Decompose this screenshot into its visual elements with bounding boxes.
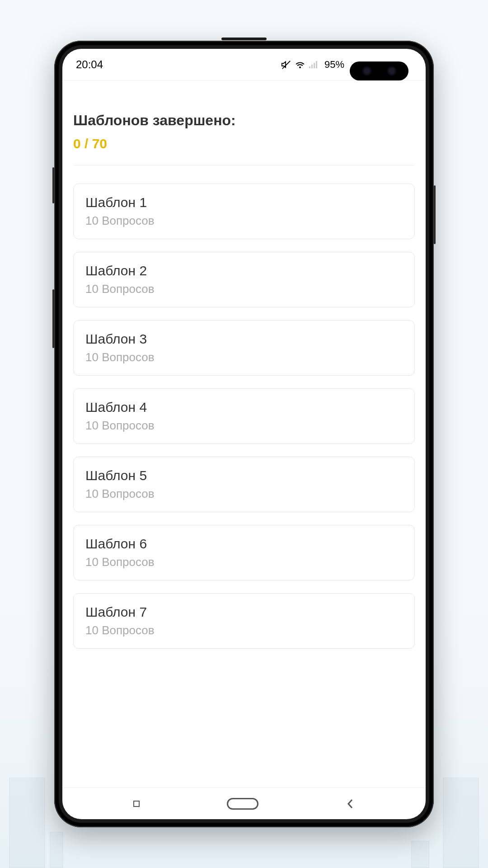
template-subtitle: 10 Вопросов	[85, 419, 403, 433]
svg-rect-1	[309, 66, 310, 68]
nav-back-button[interactable]	[346, 797, 355, 811]
template-subtitle: 10 Вопросов	[85, 214, 403, 228]
nav-home-button[interactable]	[227, 798, 258, 810]
progress-counter: 0 / 70	[73, 136, 415, 151]
page-title: Шаблонов завершено:	[73, 112, 415, 129]
template-title: Шаблон 6	[85, 536, 403, 552]
battery-percent: 95%	[324, 59, 344, 71]
template-card-3[interactable]: Шаблон 3 10 Вопросов	[73, 320, 415, 376]
signal-icon	[309, 60, 319, 69]
template-title: Шаблон 3	[85, 331, 403, 347]
svg-line-0	[282, 61, 290, 68]
template-list[interactable]: Шаблон 1 10 Вопросов Шаблон 2 10 Вопросо…	[73, 184, 415, 649]
template-title: Шаблон 4	[85, 400, 403, 415]
template-card-4[interactable]: Шаблон 4 10 Вопросов	[73, 388, 415, 444]
camera-cutout	[350, 61, 408, 80]
template-card-7[interactable]: Шаблон 7 10 Вопросов	[73, 593, 415, 649]
mute-icon	[281, 60, 291, 70]
header-section: Шаблонов завершено: 0 / 70	[73, 94, 415, 165]
template-card-1[interactable]: Шаблон 1 10 Вопросов	[73, 184, 415, 239]
status-time: 20:04	[76, 58, 103, 71]
template-subtitle: 10 Вопросов	[85, 555, 403, 569]
phone-frame: 20:04	[54, 41, 434, 827]
template-subtitle: 10 Вопросов	[85, 350, 403, 364]
main-content: Шаблонов завершено: 0 / 70 Шаблон 1 10 В…	[62, 80, 426, 788]
template-subtitle: 10 Вопросов	[85, 623, 403, 637]
template-card-6[interactable]: Шаблон 6 10 Вопросов	[73, 525, 415, 580]
template-card-2[interactable]: Шаблон 2 10 Вопросов	[73, 252, 415, 307]
wifi-icon	[295, 60, 305, 69]
template-subtitle: 10 Вопросов	[85, 282, 403, 296]
status-icons: 95%	[281, 59, 344, 71]
navigation-bar	[62, 788, 426, 819]
template-title: Шаблон 5	[85, 468, 403, 483]
template-title: Шаблон 1	[85, 195, 403, 210]
svg-rect-3	[314, 63, 315, 68]
template-subtitle: 10 Вопросов	[85, 487, 403, 501]
nav-recent-button[interactable]	[133, 801, 140, 807]
svg-rect-2	[311, 65, 313, 68]
template-title: Шаблон 7	[85, 604, 403, 620]
svg-rect-4	[316, 61, 317, 68]
template-title: Шаблон 2	[85, 263, 403, 278]
template-card-5[interactable]: Шаблон 5 10 Вопросов	[73, 457, 415, 512]
